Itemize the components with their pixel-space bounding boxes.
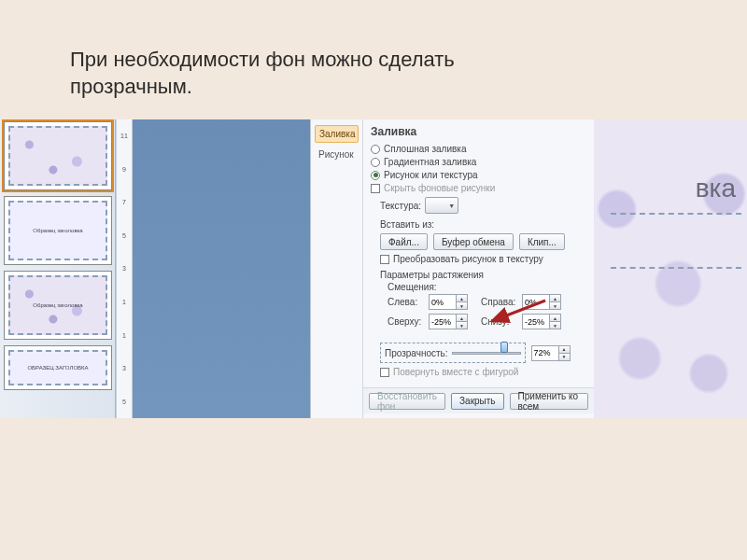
insert-from-label: Вставить из: [380,219,586,230]
radio-gradient-label: Градиентная заливка [384,157,476,167]
slide-edit-area[interactable] [133,119,310,418]
stretch-options-label: Параметры растяжения [380,270,586,280]
transparency-label: Прозрачность: [385,348,448,358]
rotate-label: Повернуть вместе с фигурой [393,367,518,377]
checkbox-icon [380,368,389,377]
slide-preview-area: вка [594,119,747,418]
reset-background-button[interactable]: Восстановить фон [369,393,445,410]
check-hide-bg-label: Скрыть фоновые рисунки [384,183,495,193]
texture-picker-row: Текстура: ▼ [380,197,586,214]
dialog-content: Заливка Сплошная заливка Градиентная зал… [363,119,594,418]
check-rotate-with-shape: Повернуть вместе с фигурой [380,367,586,377]
offset-right-label: Справа: [481,297,518,307]
heading-line-1: При необходимости фон можно сделать [70,48,455,71]
placeholder-border [611,213,741,215]
radio-icon [371,171,380,180]
spin-down-icon[interactable]: ▼ [550,322,560,329]
radio-solid-label: Сплошная заливка [384,144,466,154]
apply-all-button[interactable]: Применить ко всем [510,393,588,410]
offsets-grid: Слева: ▲▼ Справа: ▲▼ Сверху: ▲▼ Снизу: [388,294,586,329]
transparency-input[interactable] [531,345,559,361]
transparency-slider[interactable] [452,346,521,359]
offset-top-input[interactable] [429,314,457,329]
check-tile-label: Преобразовать рисунок в текстуру [393,254,543,264]
slide-thumbnail-panel: Образец заголовка Образец заголовка ОБРА… [0,119,116,418]
instruction-heading: При необходимости фон можно сделать проз… [70,47,455,100]
slider-thumb[interactable] [500,342,508,353]
offset-left-label: Слева: [388,297,425,307]
offset-left-input[interactable] [429,294,457,310]
spin-up-icon[interactable]: ▲ [550,315,560,322]
transparency-spin[interactable]: ▲▼ [531,345,571,361]
chevron-down-icon: ▼ [448,203,455,209]
insert-from-buttons: Файл... Буфер обмена Клип... [380,233,586,250]
close-button[interactable]: Закрыть [451,393,504,410]
thumbnail-2-label: Образец заголовка [33,228,82,233]
spin-down-icon[interactable]: ▼ [457,322,467,329]
format-background-dialog: Заливка Рисунок Заливка Сплошная заливка… [310,119,594,418]
radio-picture-label: Рисунок или текстура [384,170,478,180]
texture-dropdown[interactable]: ▼ [425,197,458,214]
spin-down-icon[interactable]: ▼ [559,354,570,360]
radio-solid-fill[interactable]: Сплошная заливка [371,144,586,154]
texture-label: Текстура: [380,201,421,211]
radio-icon [371,145,380,154]
check-hide-background[interactable]: Скрыть фоновые рисунки [371,183,586,193]
offset-bottom-spin[interactable]: ▲▼ [522,314,571,329]
clipboard-button[interactable]: Буфер обмена [433,233,514,250]
offset-left-spin[interactable]: ▲▼ [429,294,477,310]
powerpoint-window-strip: Образец заголовка Образец заголовка ОБРА… [0,119,747,418]
offset-right-input[interactable] [522,294,550,310]
thumbnail-3-preview: Образец заголовка [8,275,107,335]
checkbox-icon [380,255,389,264]
thumbnail-3[interactable]: Образец заголовка [4,271,112,340]
radio-picture-fill[interactable]: Рисунок или текстура [371,170,586,180]
slide-title-fragment: вка [696,174,736,203]
thumbnail-4-label: ОБРАЗЕЦ ЗАГОЛОВКА [27,365,88,371]
spin-up-icon[interactable]: ▲ [559,346,570,354]
thumbnail-1[interactable] [4,121,112,190]
checkbox-icon [371,184,380,193]
offset-top-label: Сверху: [388,316,425,327]
radio-gradient-fill[interactable]: Градиентная заливка [371,157,586,167]
dialog-category-list: Заливка Рисунок [311,119,363,418]
tab-fill[interactable]: Заливка [315,125,359,143]
thumbnail-4[interactable]: ОБРАЗЕЦ ЗАГОЛОВКА [4,345,112,390]
spin-down-icon[interactable]: ▼ [550,302,560,309]
file-button[interactable]: Файл... [380,233,428,250]
transparency-row: Прозрачность: ▲▼ [380,343,586,363]
placeholder-border [611,267,741,269]
offset-right-spin[interactable]: ▲▼ [522,294,571,310]
spin-up-icon[interactable]: ▲ [550,295,560,302]
offsets-label: Смещения: [388,282,586,292]
heading-line-2: прозрачным. [70,75,192,98]
clipart-button[interactable]: Клип... [519,233,565,250]
dialog-footer: Восстановить фон Закрыть Применить ко вс… [363,387,594,413]
thumbnail-1-preview [8,126,107,186]
spin-down-icon[interactable]: ▼ [457,302,467,309]
thumbnail-2-preview: Образец заголовка [8,201,107,260]
tab-picture[interactable]: Рисунок [315,147,359,162]
spin-up-icon[interactable]: ▲ [457,295,467,302]
offset-bottom-label: Снизу: [481,316,518,327]
vertical-ruler: 1197531135 [116,119,133,418]
thumbnail-2[interactable]: Образец заголовка [4,196,112,265]
check-tile-picture[interactable]: Преобразовать рисунок в текстуру [380,254,586,264]
radio-icon [371,158,380,167]
dialog-title: Заливка [371,125,586,138]
offset-top-spin[interactable]: ▲▼ [429,314,477,329]
offset-bottom-input[interactable] [522,314,550,329]
spin-up-icon[interactable]: ▲ [457,315,467,322]
thumbnail-3-label: Образец заголовка [33,302,82,308]
thumbnail-4-preview: ОБРАЗЕЦ ЗАГОЛОВКА [8,350,107,385]
transparency-highlight-box: Прозрачность: [380,343,526,363]
